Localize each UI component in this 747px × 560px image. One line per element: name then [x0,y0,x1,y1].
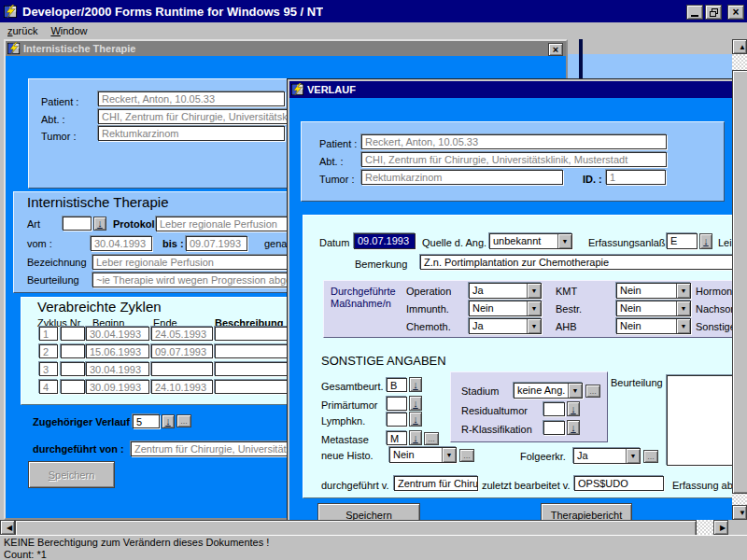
datum-field[interactable]: 09.07.1993 [354,233,416,249]
patient-field[interactable]: Reckert, Anton, 10.05.33 [98,91,285,106]
therapie-window-titlebar[interactable]: Internistische Therapie × [6,41,566,56]
therapiebericht-button[interactable]: Therapiebericht [541,503,632,520]
lymphkn-field[interactable] [387,413,407,427]
zyklus-beginn-field[interactable]: 30.04.1993 [86,327,149,341]
zyklus-nr-field[interactable]: 4 [39,380,58,394]
folgeerkr-combobox[interactable]: Ja ▼ [573,448,641,464]
verlauf-ref-field[interactable]: 5 [133,414,160,428]
zyklus-beginn-field[interactable]: 15.06.1993 [86,344,149,358]
zyklus-nr-field[interactable]: 3 [39,362,58,376]
stadium-combobox[interactable]: keine Ang. ▼ [514,383,583,399]
gesamtbeurt-field[interactable]: B [387,378,407,392]
beurteilung-textarea[interactable] [667,375,732,466]
verlauf-window-titlebar[interactable]: VERLAUF [289,81,732,98]
verlauf-speichern-button[interactable]: Speichern [317,503,420,520]
stadium-more-button[interactable]: ... [585,385,600,398]
dropdown-arrow-icon[interactable]: ▼ [527,284,541,298]
metastase-lov-button[interactable]: ↓ [409,430,422,445]
dropdown-arrow-icon[interactable]: ▼ [527,301,541,315]
metastase-field[interactable]: M [387,431,407,445]
lymphkn-lov-button[interactable]: ↓ [409,412,422,427]
erfassungsanlass-label: Erfassungsanlaß [588,237,666,248]
bemerkung-field[interactable]: Z.n. Portimplantation zur Chemotherapie [420,255,732,270]
zyklus-beginn-field[interactable]: 30.04.1993 [86,362,149,376]
zyklus-extra-field[interactable] [61,380,85,394]
zyklus-nr-field[interactable]: 1 [39,327,58,341]
scroll-down-button[interactable]: ▼ [732,505,747,520]
primaertumor-lov-button[interactable]: ↓ [409,396,422,411]
bis-field[interactable]: 09.07.1993 [186,236,247,251]
erfassungsanlass-field[interactable]: E [667,233,698,249]
scroll-left-button[interactable]: ◀ [0,520,15,535]
vom-field[interactable]: 30.04.1993 [91,236,152,251]
patient-field[interactable]: Reckert, Anton, 10.05.33 [361,134,667,149]
zyklus-ende-field[interactable]: 24.05.1993 [151,327,213,341]
speichern-button[interactable]: Speichern [28,461,115,488]
kmt-combobox[interactable]: Nein ▼ [616,283,691,299]
dropdown-arrow-icon[interactable]: ▼ [676,284,690,298]
close-button[interactable]: × [727,5,744,20]
zyklus-extra-field[interactable] [61,362,85,376]
up-arrow-icon: ▲ [739,43,746,51]
neue-histo-combobox[interactable]: Nein ▼ [389,447,457,463]
immunth-combobox[interactable]: Nein ▼ [469,301,542,316]
verlauf-ref-lov-button[interactable]: ↓ [162,414,175,428]
zyklus-extra-field[interactable] [61,344,85,358]
protokoll-label: Protokoll [113,218,158,230]
neue-histo-label: neue Histo. [321,450,374,461]
r-klassifikation-lov-button[interactable]: ↓ [567,420,580,435]
dropdown-arrow-icon[interactable]: ▼ [676,301,690,315]
zyklus-extra-field[interactable] [61,327,85,341]
horizontal-scrollbar[interactable]: ◀ ▶ [0,520,732,535]
vscroll-thumb[interactable] [732,70,747,494]
erfassungsanlass-lov-button[interactable]: ↓ [699,233,712,249]
art-lov-button[interactable]: ↓ [93,217,106,231]
dropdown-arrow-icon[interactable]: ▼ [626,449,640,463]
bestr-combobox[interactable]: Nein ▼ [616,301,691,316]
primaertumor-field[interactable] [387,397,407,411]
dropdown-arrow-icon[interactable]: ▼ [568,384,582,398]
verlauf-ref-more-button[interactable]: ... [176,414,191,427]
tumor-field[interactable]: Rektumkarzinom [98,126,285,141]
zuletzt-bearbeitet-field[interactable]: OPS$UDO [574,476,664,491]
menu-item-window[interactable]: Window [50,25,87,36]
operation-combobox[interactable]: Ja ▼ [469,283,542,299]
r-klassifikation-field[interactable] [543,421,565,435]
quelle-combobox[interactable]: unbekannt ▼ [489,233,572,249]
sonstige-label-cut: Sonstige [696,321,732,332]
dropdown-arrow-icon[interactable]: ▼ [442,448,456,462]
dropdown-arrow-icon[interactable]: ▼ [557,234,571,248]
minimize-button[interactable] [686,5,703,20]
tumor-field[interactable]: Rektumkarzinom [361,170,563,185]
zyklus-ende-field[interactable]: 09.07.1993 [151,344,213,358]
metastase-more-button[interactable]: ... [424,432,439,445]
chemoth-combobox[interactable]: Ja ▼ [469,318,542,334]
vertical-scrollbar[interactable]: ▲ ▼ [732,39,747,520]
scrollbar-corner [732,520,747,535]
scroll-right-button[interactable]: ▶ [713,520,728,535]
zyklus-beginn-field[interactable]: 30.09.1993 [86,380,149,394]
therapie-close-button[interactable]: × [548,43,563,56]
restore-button[interactable] [705,5,722,20]
durchgefuehrt-v-field[interactable]: Zentrum für Chiru [394,476,478,491]
residualtumor-lov-button[interactable]: ↓ [567,401,580,416]
ahb-combobox[interactable]: Nein ▼ [616,318,691,334]
zyklus-nr-field[interactable]: 2 [39,344,58,358]
dropdown-arrow-icon[interactable]: ▼ [527,319,541,333]
gesamtbeurt-lov-button[interactable]: ↓ [409,377,422,392]
kmt-label: KMT [556,286,577,297]
folgeerkr-more-button[interactable]: ... [643,450,658,463]
zyklus-ende-field[interactable] [151,362,213,376]
menu-item-zurueck[interactable]: zurück [7,25,37,36]
residualtumor-field[interactable] [543,402,565,416]
id-field[interactable]: 1 [606,170,666,185]
gesamtbeurt-label: Gesamtbeurt. [321,381,384,392]
abt-field[interactable]: CHI, Zentrum für Chirurgie, Universitäts… [361,152,667,167]
scroll-up-button[interactable]: ▲ [732,39,747,54]
zyklus-ende-field[interactable]: 24.10.1993 [151,380,213,394]
massnahmen-label-1: Durchgeführte [331,286,396,297]
neue-histo-more-button[interactable]: ... [459,449,474,462]
status-count: Count: *1 [4,549,743,560]
art-field[interactable] [63,217,92,231]
dropdown-arrow-icon[interactable]: ▼ [676,319,690,333]
